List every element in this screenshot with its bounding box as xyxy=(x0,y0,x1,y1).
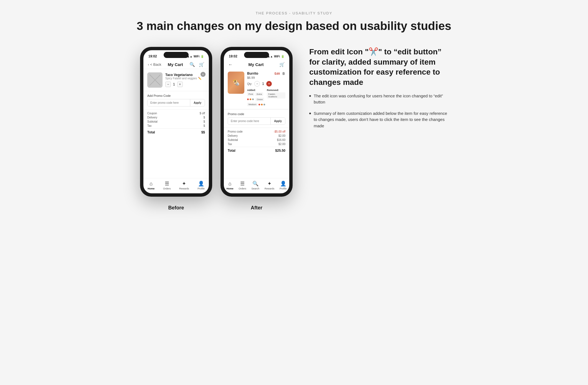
after-item-price: $6.99 xyxy=(247,76,285,79)
after-delete-button[interactable]: 🗑 xyxy=(282,72,285,75)
after-battery-icon: 🔋 xyxy=(281,55,284,58)
dot-orange-1 xyxy=(250,98,251,100)
after-nav-orders-label: Orders xyxy=(239,187,246,190)
before-nav-orders[interactable]: ☰ Orders xyxy=(163,181,171,190)
delivery-value: $ xyxy=(203,116,205,119)
after-subtotal-label: Subtotal xyxy=(228,138,238,141)
before-promo-input[interactable] xyxy=(148,99,190,106)
edit-pencil-icon[interactable]: ✏️ xyxy=(198,77,201,80)
after-search-icon: 🔍 xyxy=(252,181,258,187)
after-orders-icon: ☰ xyxy=(240,181,245,187)
after-item-image: 🌯 xyxy=(228,72,244,94)
bullet-dot-1 xyxy=(309,95,311,97)
removed-tag-falafel: Falafel, Scallions xyxy=(267,92,285,98)
nav-home-label: Home xyxy=(148,187,154,190)
dot-red-2 xyxy=(258,104,260,105)
before-promo-label: Add Promo Code xyxy=(147,94,205,97)
added-label: Added: xyxy=(247,89,266,92)
before-item-image xyxy=(147,72,163,88)
after-qty-increase-button[interactable]: + xyxy=(266,81,272,87)
cart-icon[interactable]: 🛒 xyxy=(199,62,204,67)
desc-bullets: The edit icon was confusing for users he… xyxy=(309,93,448,129)
before-summary-section: Coupon $ off Delivery $ Subtotal $ xyxy=(143,109,209,136)
before-promo-apply-button[interactable]: Apply xyxy=(190,99,205,106)
wifi-icon: WiFi xyxy=(194,55,199,58)
dot-gray-2 xyxy=(263,104,265,105)
added-tag-extra: Extra xyxy=(255,92,263,96)
before-nav-home[interactable]: ⌂ Home xyxy=(148,181,154,190)
after-total-value: $25.50 xyxy=(275,149,285,153)
before-nav-rewards[interactable]: ✦ Rewards xyxy=(179,181,189,190)
after-cart-item: 🌯 Burrito Edit 🗑 xyxy=(224,69,289,109)
after-total-row: Total $25.50 xyxy=(228,147,285,153)
after-nav-home[interactable]: ⌂ Home xyxy=(226,181,233,190)
after-promo-input-row: Apply xyxy=(228,117,285,125)
added-tags: Pork Extra Onion Medium xyxy=(247,92,266,106)
after-nav-rewards-label: Rewards xyxy=(265,187,275,190)
after-phone-wrapper: 19:02 ▲▲▲ WiFi 🔋 ← My Cart 🛒 xyxy=(220,47,293,211)
after-tax-value: $2.00 xyxy=(278,143,285,146)
after-tax-label: Tax xyxy=(228,143,232,146)
after-cart-icon[interactable]: 🛒 xyxy=(279,62,285,67)
subtotal-value: $ xyxy=(203,120,205,123)
after-bottom-nav: ⌂ Home ☰ Orders 🔍 Search xyxy=(224,178,289,193)
after-back-button[interactable]: ← xyxy=(228,62,233,67)
after-qty-decrease-button[interactable]: − xyxy=(254,81,260,87)
after-promo-code-label: Promo code xyxy=(228,130,243,133)
back-label: < Back xyxy=(150,62,161,67)
total-value: $$ xyxy=(201,130,205,134)
removed-tags: Falafel, Scallions xyxy=(267,92,285,98)
after-item-header: Burrito Edit 🗑 xyxy=(247,72,285,75)
desc-title: From edit Icon "✂️" to “edit button” for… xyxy=(309,47,448,87)
after-promo-input[interactable] xyxy=(228,118,270,125)
after-item-right: Burrito Edit 🗑 $6.99 Qty: xyxy=(247,72,285,106)
before-nav-profile[interactable]: 👤 Profile xyxy=(197,181,205,190)
after-promo-row: Promo code -$5.00 off xyxy=(228,130,285,133)
after-nav-orders[interactable]: ☰ Orders xyxy=(239,181,246,190)
after-nav-search-label: Search xyxy=(251,187,259,190)
after-home-icon: ⌂ xyxy=(228,181,231,187)
search-icon[interactable]: 🔍 xyxy=(189,62,195,67)
after-rewards-icon: ✦ xyxy=(267,181,272,187)
before-scroll-area: Taco Vegetariano Spicy Falafel and veggi… xyxy=(143,69,209,178)
before-phone: 19:02 ▲▲▲ WiFi 🔋 ‹ < Back xyxy=(140,47,212,197)
before-nav-icons: 🔍 🛒 xyxy=(189,62,204,67)
dot-red-1 xyxy=(247,98,249,100)
nav-rewards-label: Rewards xyxy=(179,187,189,190)
profile-icon: 👤 xyxy=(198,181,204,187)
tax-label: Tax xyxy=(147,124,152,127)
after-promo-label: Promo code xyxy=(228,112,285,116)
phone-notch xyxy=(164,52,189,58)
after-nav-profile[interactable]: 👤 Profile xyxy=(280,181,287,190)
description-section: From edit Icon "✂️" to “edit button” for… xyxy=(309,47,448,129)
before-back-button[interactable]: ‹ < Back xyxy=(148,62,161,67)
before-label: Before xyxy=(168,205,184,211)
desc-bullet-1-text: The edit icon was confusing for users he… xyxy=(314,93,448,105)
after-phone: 19:02 ▲▲▲ WiFi 🔋 ← My Cart 🛒 xyxy=(220,47,293,197)
after-phone-notch xyxy=(244,52,269,58)
nav-profile-label: Profile xyxy=(197,187,205,190)
after-edit-button[interactable]: Edit xyxy=(275,72,280,75)
qty-value: 1 xyxy=(173,82,175,86)
added-col: Added: Pork Extra xyxy=(247,89,266,106)
customization-grid: Added: Pork Extra xyxy=(247,89,285,106)
after-nav-rewards[interactable]: ✦ Rewards xyxy=(265,181,275,190)
before-item-subtitle: Spicy Falafel and veggies ✏️ xyxy=(165,77,205,80)
before-phone-wrapper: 19:02 ▲▲▲ WiFi 🔋 ‹ < Back xyxy=(140,47,212,211)
before-total-row: Total $$ xyxy=(147,128,205,134)
rewards-icon: ✦ xyxy=(182,181,186,187)
tax-value: $ xyxy=(203,124,205,127)
food-image: 🌯 xyxy=(228,72,244,94)
before-phone-screen: 19:02 ▲▲▲ WiFi 🔋 ‹ < Back xyxy=(143,50,209,193)
battery-icon: 🔋 xyxy=(201,55,204,58)
qty-increase-button[interactable]: + xyxy=(177,82,183,87)
page-container: THE PROCESS - USABILITY STUDY 3 main cha… xyxy=(128,11,460,211)
subtotal-label: Subtotal xyxy=(147,120,158,123)
after-summary-section: Promo code -$5.00 off Delivery $2.00 Sub… xyxy=(224,128,289,155)
after-promo-apply-button[interactable]: Apply xyxy=(270,118,285,125)
after-qty-row: Qty: − 1 + xyxy=(247,81,285,87)
before-item-name: Taco Vegetariano xyxy=(165,73,205,77)
qty-decrease-button[interactable]: − xyxy=(165,82,171,87)
after-nav-search[interactable]: 🔍 Search xyxy=(251,181,259,190)
before-time: 19:02 xyxy=(148,54,157,58)
